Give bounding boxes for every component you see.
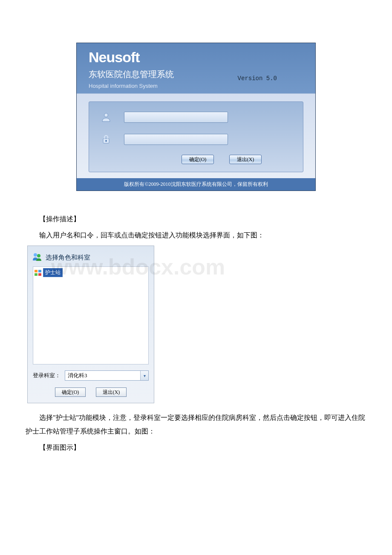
login-header: Neusoft 东软医院信息管理系统 Hospital information … [77,43,315,93]
svg-point-0 [104,113,108,117]
password-row [99,133,293,146]
modules-icon [35,270,41,276]
lock-icon [99,133,113,146]
username-input[interactable] [124,112,228,123]
role-button-row: 确定(O) 退出(X) [28,385,154,403]
user-icon [99,110,113,124]
login-window: Neusoft 东软医院信息管理系统 Hospital information … [76,43,316,191]
chevron-down-icon[interactable]: ▾ [140,371,148,380]
password-input[interactable] [124,134,228,145]
ui-heading: 【界面图示】 [26,441,366,454]
login-version: Version 5.0 [238,75,277,82]
role-item-label: 护士站 [43,268,63,277]
login-panel: 确定(O) 退出(X) [89,101,303,172]
role-item-nurse[interactable]: 护士站 [35,268,63,277]
login-body: 确定(O) 退出(X) [77,93,315,178]
role-select-window: 选择角色和科室 护士站 登录科室： 消化科3 ▾ 确定(O) 退出(X) [27,246,154,403]
login-subtitle: Hospital information System [89,83,303,89]
role-exit-button[interactable]: 退出(X) [96,387,127,397]
role-list[interactable]: 护士站 [33,266,149,364]
login-copyright: 版权所有©2009-2010沈阳东软医疗系统有限公司，保留所有权利 [77,178,315,191]
exit-button[interactable]: 退出(X) [229,155,262,164]
role-ok-button[interactable]: 确定(O) [55,387,86,397]
after-role-paragraph: 选择"护士站"功能模块，注意，登录科室一定要选择相应的住院病房科室，然后点击确定… [26,411,366,438]
department-label: 登录科室： [33,372,61,379]
role-window-title-row: 选择角色和科室 [28,246,154,266]
login-button-row: 确定(O) 退出(X) [99,155,293,164]
username-row [99,110,293,124]
login-logo: Neusoft [89,50,303,64]
svg-point-3 [34,253,37,257]
operation-heading: 【操作描述】 [26,212,366,226]
department-value: 消化科3 [65,372,140,379]
group-icon [32,252,42,263]
svg-point-4 [37,254,40,257]
department-select[interactable]: 消化科3 ▾ [65,370,149,381]
department-row: 登录科室： 消化科3 ▾ [28,364,154,385]
ok-button[interactable]: 确定(O) [182,155,214,164]
role-window-title: 选择角色和科室 [46,254,90,262]
operation-desc: 输入用户名和口令，回车或点击确定按钮进入功能模块选择界面，如下图： [26,228,366,242]
svg-rect-2 [106,140,107,142]
